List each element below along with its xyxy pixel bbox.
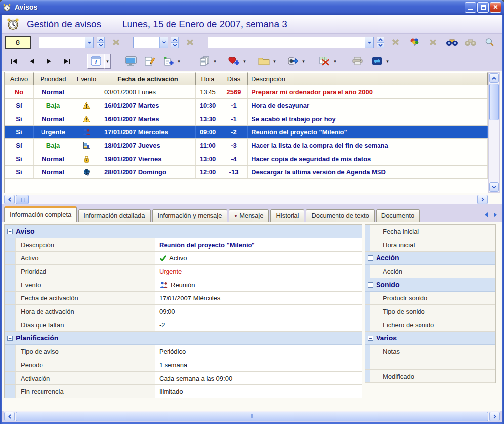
table-vertical-scrollbar[interactable] [488,72,500,193]
property-row-periodo[interactable]: Periodo1 semana [5,358,362,372]
filter-combo-1[interactable] [39,37,94,48]
property-row-tipo-de-aviso[interactable]: Tipo de avisoPeriódico [5,345,362,358]
dropdown-arrow-button[interactable]: ▾ [300,54,307,69]
close-button[interactable]: ✕ [490,2,501,13]
minimize-button[interactable] [465,2,476,13]
spinner[interactable] [171,37,179,48]
property-value[interactable]: 17/01/2007 Miércoles [155,292,362,304]
tab-informacion-completa[interactable]: Información completa [4,206,77,222]
info-button[interactable]: i [87,54,104,69]
property-row-activo[interactable]: ActivoActivo [5,252,362,265]
edit-button[interactable] [142,54,157,69]
maximize-button[interactable] [477,2,489,13]
filter-colors-icon[interactable] [406,36,422,49]
table-row[interactable]: SíNormal19/01/2007 Viernes13:00-4Hacer c… [5,152,488,166]
column-header-descripcion[interactable]: Descripción [248,72,488,85]
tab-documento[interactable]: Documento [376,209,420,222]
table-horizontal-scrollbar[interactable] [4,195,488,204]
property-row-fecha-de-activacion[interactable]: Fecha de activación17/01/2007 Miércoles [5,292,362,305]
last-record-button[interactable] [60,54,75,69]
property-row-fin-recurrencia[interactable]: Fin recurrenciaIlimitado [5,385,362,398]
prev-record-button[interactable] [24,54,39,69]
combo-text-field[interactable] [134,37,159,48]
tab-informacion-detallada[interactable]: Información detallada [78,209,150,222]
property-row-prioridad[interactable]: PrioridadUrgente [5,265,362,278]
property-row-accion[interactable]: Acción [365,265,495,278]
section-header-varios[interactable]: −Varios [365,332,495,345]
property-value[interactable]: Reunión [155,278,362,291]
property-row-evento[interactable]: EventoReunión [5,278,362,292]
dropdown-arrow-button[interactable]: ▾ [384,54,391,69]
table-row[interactable]: SíBaja16/01/2007 Martes10:30-1Hora de de… [5,99,488,112]
tab-informacion-y-mensaje[interactable]: Información y mensaje [152,209,228,222]
property-value[interactable]: -2 [155,318,362,331]
spinner[interactable] [377,37,384,48]
copy-button[interactable] [197,54,212,69]
property-row-modificado[interactable]: Modificado [365,370,495,383]
spinner-up-button[interactable] [97,37,105,42]
property-row-hora-inicial[interactable]: Hora inicial [365,238,495,252]
scroll-left-button[interactable] [4,412,15,421]
property-value[interactable]: 1 semana [155,358,362,371]
property-value[interactable]: Periódico [155,345,362,358]
spinner-down-button[interactable] [97,42,105,48]
delete-button[interactable] [317,54,332,69]
table-row[interactable]: SíBaja18/01/2007 Jueves11:00-3Hacer la l… [5,139,488,152]
collapse-icon[interactable]: − [7,336,13,341]
property-row-notas[interactable]: Notas [365,345,495,370]
property-value[interactable]: Reunión del proyecto "Milenio" [155,238,362,251]
column-header-evento[interactable]: Evento [73,72,100,85]
tab-historial[interactable]: Historial [270,209,304,222]
section-header-sonido[interactable]: −Sonido [365,278,495,292]
dropdown-arrow-button[interactable]: ▾ [271,54,278,69]
property-row-tipo-de-sonido[interactable]: Tipo de sonido [365,305,495,318]
scroll-left-button[interactable] [4,195,15,204]
property-row-activacion[interactable]: ActivaciónCada semana a las 09:00 [5,372,362,385]
heart-add-button[interactable] [226,54,241,69]
collapse-icon[interactable]: − [368,282,373,288]
scroll-right-button[interactable] [477,195,488,204]
title-bar[interactable]: Avisos ✕ [0,0,504,15]
first-record-button[interactable] [6,54,21,69]
property-row-fecha-inicial[interactable]: Fecha inicial [365,225,495,238]
spinner[interactable] [97,37,105,48]
combo-text-field[interactable] [208,37,365,48]
section-header-planificacion[interactable]: −Planificación [5,332,362,345]
scrollbar-thumb[interactable] [16,412,488,421]
spinner-down-button[interactable] [171,42,179,48]
table-row[interactable]: SíUrgente17/01/2007 Miércoles09:00-2Reun… [5,126,488,139]
property-row-fichero-de-sonido[interactable]: Fichero de sonido [365,318,495,332]
next-record-button[interactable] [42,54,57,69]
go-button[interactable] [286,54,300,69]
scroll-right-button[interactable] [489,412,500,421]
property-value[interactable]: Urgente [155,265,362,278]
combo-dropdown-button[interactable] [159,37,168,48]
combo-text-field[interactable] [39,37,85,48]
tab-mensaje[interactable]: •Mensaje [229,209,269,222]
tab-documento-de-texto[interactable]: Documento de texto [306,209,374,222]
collapse-icon[interactable]: − [7,229,13,234]
scrollbar-thumb[interactable] [16,195,29,204]
property-value[interactable]: Cada semana a las 09:00 [155,372,362,384]
column-header-activo[interactable]: Activo [5,72,34,85]
dropdown-arrow-button[interactable]: ▾ [332,54,338,69]
column-header-dias[interactable]: Días [220,72,248,85]
column-header-prioridad[interactable]: Prioridad [34,72,73,85]
property-value[interactable]: Activo [155,252,362,264]
spinner-up-button[interactable] [171,37,179,42]
scroll-up-button[interactable] [489,73,499,83]
record-number-input[interactable]: 8 [5,36,31,49]
scroll-down-button[interactable] [489,182,499,192]
table-row[interactable]: SíNormal28/01/2007 Domingo12:00-13Descar… [5,166,488,179]
collapse-icon[interactable]: − [368,336,373,341]
magnifier-icon[interactable] [481,36,497,49]
property-row-hora-de-activacion[interactable]: Hora de activación09:00 [5,305,362,318]
spinner-up-button[interactable] [377,37,384,42]
section-header-accion[interactable]: −Acción [365,252,495,265]
tab-scroll-left-button[interactable] [484,212,489,218]
tab-scroll-right-button[interactable] [493,212,498,218]
filter-combo-2[interactable] [133,37,168,48]
section-header-aviso[interactable]: −Aviso [5,225,362,238]
collapse-icon[interactable]: − [368,255,373,261]
scrollbar-thumb[interactable] [489,84,499,120]
